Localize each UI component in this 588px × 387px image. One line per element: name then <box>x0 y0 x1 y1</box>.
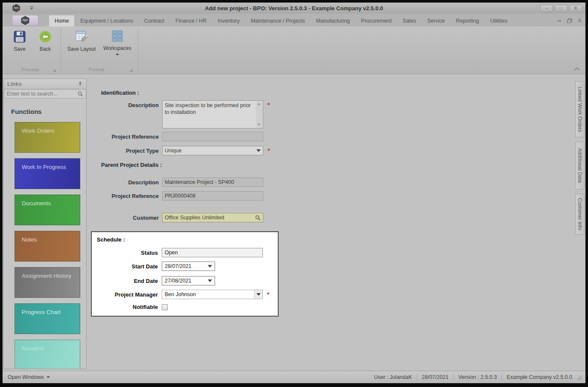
status-date: 28/07/2021 <box>422 374 449 380</box>
textarea-scrollbar[interactable] <box>256 101 262 128</box>
pin-icon[interactable] <box>78 81 83 87</box>
parent-project-reference-field: PRJ0000408 <box>162 191 263 201</box>
chevron-down-icon <box>47 376 50 378</box>
save-layout-button[interactable]: Save Layout <box>64 26 99 66</box>
open-windows-label: Open Windows <box>8 374 44 380</box>
status-user: User : JulandaK <box>374 374 412 380</box>
end-date-value: 27/08/2021 <box>165 278 192 284</box>
start-date-value: 28/07/2021 <box>165 263 192 269</box>
save-layout-label: Save Layout <box>67 46 96 52</box>
back-arrow-icon <box>38 30 52 44</box>
ribbon-close-icon[interactable]: X <box>578 18 581 23</box>
workspaces-icon <box>111 30 124 43</box>
status-company: Example Company v2.5.0.0 <box>506 374 572 380</box>
project-manager-label: Project Manager <box>92 291 158 298</box>
tab-customer-info[interactable]: Customer Info <box>575 194 585 235</box>
status-field: Open <box>162 248 263 257</box>
workspaces-label: Workspaces <box>103 45 131 51</box>
function-button-work-orders[interactable]: Work Orders <box>15 122 80 153</box>
tab-procurement[interactable]: Procurement <box>355 15 397 26</box>
back-button-label: Back <box>40 46 51 52</box>
tab-linked-work-orders-label: Linked Work Orders <box>577 83 583 135</box>
customer-lookup-field[interactable]: Office Supplies Unlimited <box>162 213 263 222</box>
project-manager-dropdown[interactable]: Ben Johnson <box>162 290 263 299</box>
tab-home[interactable]: Home <box>49 15 75 26</box>
tab-contract[interactable]: Contract <box>139 15 170 26</box>
tab-maintenance-projects[interactable]: Maintenance / Projects <box>245 15 311 26</box>
tab-additional-data[interactable]: Additional Data <box>575 142 585 189</box>
open-windows-button[interactable]: Open Windows <box>8 374 50 380</box>
ribbon-toolbar: Save Back <box>3 26 585 74</box>
notifiable-label: Notifiable <box>92 304 158 310</box>
lookup-search-icon[interactable] <box>255 215 261 221</box>
collapse-ribbon-icon[interactable] <box>573 67 580 71</box>
description-label: Description <box>101 100 159 108</box>
tab-inventory[interactable]: Inventory <box>212 15 245 26</box>
title-bar: bpo Add new project - BPO: Version 2.5.0… <box>3 3 585 14</box>
tab-customer-info-label: Customer Info <box>577 195 583 233</box>
scroll-down-icon[interactable] <box>257 124 261 126</box>
close-button[interactable]: X <box>569 5 582 12</box>
search-input[interactable] <box>7 91 78 97</box>
tab-service[interactable]: Service <box>422 15 451 26</box>
start-date-label: Start Date <box>92 263 158 270</box>
description-textarea[interactable]: Site inspection to be performed prior to… <box>162 100 263 128</box>
project-manager-dropdown-button[interactable] <box>254 290 262 299</box>
minimize-button[interactable]: – <box>540 5 553 12</box>
status-version: Version : 2.5.0.3 <box>458 374 497 380</box>
save-icon <box>13 30 26 44</box>
required-marker: * <box>268 148 270 154</box>
start-date-dropdown[interactable]: 28/07/2021 <box>162 262 215 271</box>
tab-equipment-locations[interactable]: Equipment / Locations <box>75 15 139 26</box>
quick-access-dropdown-icon[interactable] <box>30 6 33 10</box>
tab-utilities[interactable]: Utilities <box>485 15 513 26</box>
project-type-label: Project Type <box>101 148 159 154</box>
tab-reporting[interactable]: Reporting <box>451 15 485 26</box>
search-icon[interactable] <box>78 91 83 97</box>
status-separator <box>501 374 502 381</box>
format-dialog-launcher-icon[interactable]: ◢ <box>130 68 132 72</box>
tab-finance-hr[interactable]: Finance / HR <box>170 15 212 26</box>
links-search-field[interactable] <box>4 89 86 99</box>
application-menu-button[interactable]: bpo <box>12 15 38 26</box>
end-date-label: End Date <box>92 278 158 284</box>
save-button[interactable]: Save <box>7 26 32 66</box>
chevron-down-icon[interactable] <box>208 265 212 268</box>
parent-description-label: Description <box>101 179 159 186</box>
function-button-documents[interactable]: Documents <box>15 195 80 225</box>
tab-manufacturing[interactable]: Manufacturing <box>311 15 355 26</box>
project-form: Identification : Description Site inspec… <box>87 74 574 371</box>
application-window: bpo Add new project - BPO: Version 2.5.0… <box>0 0 588 387</box>
tab-linked-work-orders[interactable]: Linked Work Orders <box>575 81 585 137</box>
scroll-up-icon[interactable] <box>257 103 261 105</box>
tab-additional-data-label: Additional Data <box>577 145 583 186</box>
notifiable-checkbox[interactable] <box>162 304 168 310</box>
project-type-dropdown[interactable]: Unique <box>162 146 263 155</box>
maximize-button[interactable]: □ <box>555 5 568 12</box>
project-type-value: Unique <box>165 148 182 154</box>
ribbon-restore-icon[interactable] <box>567 18 572 23</box>
ribbon-minimize-icon[interactable] <box>557 20 561 21</box>
bpo-app-icon: bpo <box>12 4 20 12</box>
links-panel-title: Links <box>7 81 22 87</box>
bpo-logo-icon: bpo <box>20 16 30 25</box>
function-button-notes[interactable]: Notes <box>15 231 80 262</box>
chevron-down-icon[interactable] <box>256 149 261 152</box>
chevron-down-icon[interactable] <box>208 279 212 282</box>
status-separator <box>453 374 454 381</box>
required-marker: * <box>268 100 270 108</box>
status-separator <box>417 374 417 381</box>
workspaces-dropdown-icon[interactable] <box>116 54 119 55</box>
customer-value: Office Supplies Unlimited <box>165 215 224 221</box>
back-button[interactable]: Back <box>32 26 58 66</box>
function-button-progress-chart[interactable]: Progress Chart <box>15 303 80 334</box>
resize-grip-icon[interactable] <box>576 375 582 380</box>
workspaces-button[interactable]: Workspaces <box>99 26 135 66</box>
function-button-work-in-progress[interactable]: Work In Progress <box>15 158 80 189</box>
end-date-dropdown[interactable]: 27/08/2021 <box>162 276 215 285</box>
process-dialog-launcher-icon[interactable]: ◢ <box>53 68 55 72</box>
tab-sales[interactable]: Sales <box>397 15 422 26</box>
function-button-assignment-history[interactable]: Assignment History <box>15 267 80 298</box>
function-button-baseline[interactable]: Baseline <box>15 340 80 369</box>
save-layout-icon <box>74 30 89 44</box>
